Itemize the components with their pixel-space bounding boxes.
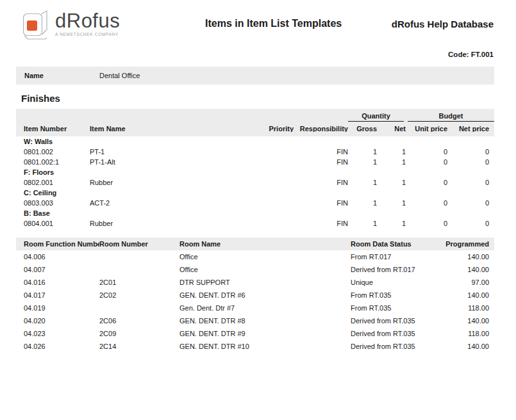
drofus-logo: dRofus A NEMETSCHEK COMPANY — [21, 10, 120, 40]
cell-unit-price: 0 — [406, 147, 447, 157]
budget-group-header: Budget — [408, 111, 494, 122]
cell-item-number: 0801.002 — [16, 147, 90, 157]
cell-responsibility: FIN — [294, 177, 348, 188]
group-row-label: W: Walls — [16, 136, 494, 147]
cell-item-name: Rubber — [90, 218, 262, 229]
cell-room-name: Office — [179, 263, 351, 276]
table-row: B: Base — [16, 208, 494, 218]
cell-function-number: 04.007 — [16, 263, 99, 276]
cell-gross: 1 — [348, 157, 377, 167]
table-row: 04.0262C14GEN. DENT. DTR #10Derived from… — [16, 340, 494, 353]
finishes-table-header: Quantity Budget Item Number Item Name Pr… — [16, 109, 494, 136]
column-header-net: Net — [377, 122, 406, 132]
cell-priority — [262, 198, 294, 208]
cell-room-number — [99, 302, 179, 314]
report-content: Name Dental Office Finishes Quantity Bud… — [16, 67, 494, 353]
column-header-unit-price: Unit price — [406, 122, 447, 132]
section-heading: Finishes — [16, 93, 494, 105]
table-row: 04.0232C09GEN. DENT. DTR #9Derived from … — [16, 327, 494, 340]
cell-function-number: 04.017 — [16, 289, 99, 302]
column-header-item-name: Item Name — [90, 122, 262, 132]
finishes-table: Quantity Budget Item Number Item Name Pr… — [16, 109, 494, 229]
cell-status: Unique — [351, 276, 434, 289]
cell-priority — [262, 147, 294, 157]
cell-room-name: GEN. DENT. DTR #6 — [179, 289, 351, 302]
cell-function-number: 04.023 — [16, 327, 99, 340]
group-row-label: C: Ceiling — [16, 188, 494, 198]
cell-responsibility: FIN — [294, 157, 348, 167]
cell-programmed: 140.00 — [434, 314, 494, 327]
cell-item-name: Rubber — [90, 177, 262, 188]
cell-gross: 1 — [348, 177, 377, 188]
template-code: Code: FT.001 — [448, 51, 494, 58]
cell-unit-price: 0 — [406, 198, 447, 208]
cell-net: 1 — [377, 198, 406, 208]
name-value: Dental Office — [99, 67, 140, 85]
table-row: 0804.001RubberFIN1100 — [16, 218, 494, 229]
cell-room-number: 2C09 — [99, 327, 179, 340]
cell-unit-price: 0 — [406, 157, 447, 167]
cell-programmed: 140.00 — [434, 289, 494, 302]
table-row: 04.019Gen. Dent. Dtr #7From RT.035118.00 — [16, 302, 494, 314]
cell-item-number: 0803.003 — [16, 198, 90, 208]
table-row: 0803.003ACT-2FIN1100 — [16, 198, 494, 208]
cell-room-name: DTR SUPPORT — [179, 276, 351, 289]
cell-responsibility: FIN — [294, 147, 348, 157]
document-title: Items in Item List Templates — [205, 18, 342, 29]
cell-status: Derived from RT.035 — [351, 314, 434, 327]
cell-room-number: 2C02 — [99, 289, 179, 302]
cell-programmed: 140.00 — [434, 250, 494, 263]
cell-responsibility: FIN — [294, 198, 348, 208]
cell-programmed: 118.00 — [434, 327, 494, 340]
quantity-group-header: Quantity — [348, 111, 404, 122]
cell-room-name: GEN. DENT. DTR #8 — [179, 314, 351, 327]
cell-item-number: 0801.002:1 — [16, 157, 90, 167]
group-row-label: B: Base — [16, 208, 494, 218]
brand-tagline: A NEMETSCHEK COMPANY — [55, 32, 120, 36]
cell-room-number: 2C14 — [99, 340, 179, 353]
rooms-table-header: Room Function Number: Room Number Room N… — [16, 238, 494, 250]
column-header-room-number: Room Number — [99, 238, 179, 250]
table-row: 0801.002:1PT-1-AltFIN1100 — [16, 157, 494, 167]
cell-item-number: 0802.001 — [16, 177, 90, 188]
cell-function-number: 04.006 — [16, 250, 99, 263]
cell-programmed: 140.00 — [434, 340, 494, 353]
rooms-table: Room Function Number: Room Number Room N… — [16, 238, 494, 353]
cell-function-number: 04.020 — [16, 314, 99, 327]
cell-status: From RT.035 — [351, 289, 434, 302]
table-row: W: Walls — [16, 136, 494, 147]
table-row: 04.0162C01DTR SUPPORTUnique97.00 — [16, 276, 494, 289]
table-row: 04.006OfficeFrom RT.017140.00 — [16, 250, 494, 263]
cell-room-name: Gen. Dent. Dtr #7 — [179, 302, 351, 314]
brand-name: dRofus — [55, 10, 120, 31]
finishes-table-body: W: Walls0801.002PT-1FIN11000801.002:1PT-… — [16, 136, 494, 229]
cell-net-price: 0 — [447, 198, 494, 208]
cell-status: From RT.017 — [351, 250, 434, 263]
cell-room-number: 2C06 — [99, 314, 179, 327]
cell-function-number: 04.016 — [16, 276, 99, 289]
group-header-spacer — [16, 111, 348, 122]
cell-net-price: 0 — [447, 147, 494, 157]
cell-status: From RT.035 — [351, 302, 434, 314]
column-header-room-data-status: Room Data Status — [351, 238, 434, 250]
cell-programmed: 140.00 — [434, 263, 494, 276]
column-header-room-function-number: Room Function Number: — [16, 238, 99, 250]
column-header-responsibility: Responsibility — [294, 122, 348, 132]
cell-gross: 1 — [348, 147, 377, 157]
cell-status: Derived from RT.035 — [351, 340, 434, 353]
name-label: Name — [16, 67, 99, 85]
cell-net: 1 — [377, 157, 406, 167]
cell-room-name: GEN. DENT. DTR #9 — [179, 327, 351, 340]
column-header-room-name: Room Name — [179, 238, 351, 250]
cell-item-number: 0804.001 — [16, 218, 90, 229]
cell-room-name: GEN. DENT. DTR #10 — [179, 340, 351, 353]
name-row: Name Dental Office — [16, 67, 494, 85]
logo-orange-square — [27, 20, 37, 31]
table-row: C: Ceiling — [16, 188, 494, 198]
table-row: 04.0172C02GEN. DENT. DTR #6From RT.03514… — [16, 289, 494, 302]
table-row: 0802.001RubberFIN1100 — [16, 177, 494, 188]
cell-responsibility: FIN — [294, 218, 348, 229]
column-header-gross: Gross — [348, 122, 377, 132]
logo-text: dRofus A NEMETSCHEK COMPANY — [55, 10, 120, 36]
cell-net: 1 — [377, 147, 406, 157]
